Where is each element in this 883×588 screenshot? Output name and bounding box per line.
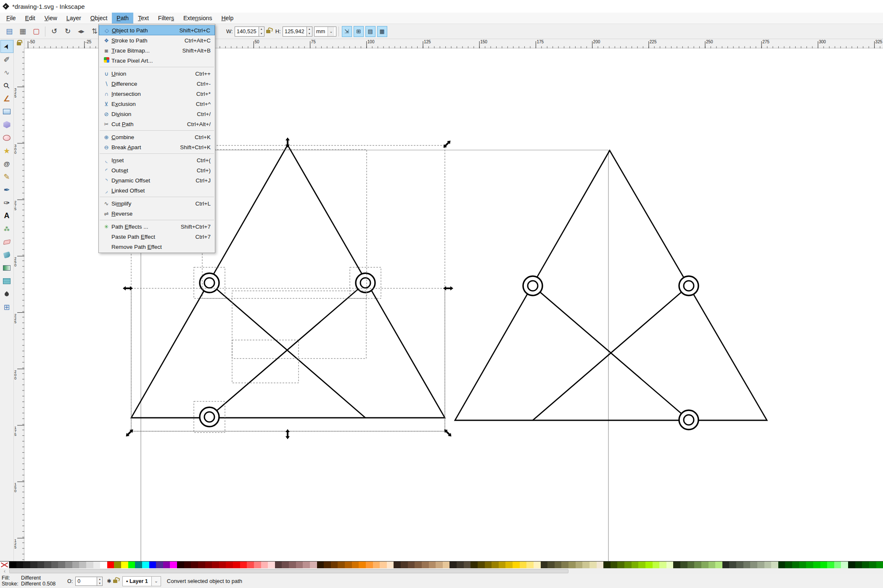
height-field[interactable]: 125,942▲▼ <box>283 26 312 37</box>
color-swatch[interactable] <box>659 562 666 568</box>
color-swatch[interactable] <box>862 562 869 568</box>
color-swatch[interactable] <box>848 562 855 568</box>
paint-bucket-tool[interactable] <box>0 248 13 261</box>
color-swatch[interactable] <box>436 562 443 568</box>
color-swatch[interactable] <box>394 562 401 568</box>
color-swatch[interactable] <box>30 562 37 568</box>
ruler-corner-lock[interactable] <box>14 39 24 48</box>
menu-item-intersection[interactable]: ∩IntersectionCtrl+* <box>99 89 215 99</box>
color-swatch[interactable] <box>352 562 359 568</box>
color-swatch[interactable] <box>499 562 506 568</box>
right-figure[interactable] <box>455 150 767 430</box>
color-swatch[interactable] <box>23 562 30 568</box>
color-swatch[interactable] <box>79 562 86 568</box>
color-swatch[interactable] <box>736 562 743 568</box>
box-3d-tool[interactable] <box>0 118 13 131</box>
color-swatch[interactable] <box>485 562 492 568</box>
color-swatch[interactable] <box>855 562 862 568</box>
menu-item-cut-path[interactable]: ✂Cut PathCtrl+Alt+/ <box>99 119 215 129</box>
color-swatch[interactable] <box>820 562 827 568</box>
menu-text[interactable]: Text <box>133 13 153 24</box>
menu-item-inset[interactable]: ◟InsetCtrl+( <box>99 155 215 165</box>
color-swatch[interactable] <box>226 562 233 568</box>
color-swatch[interactable] <box>513 562 520 568</box>
color-swatch[interactable] <box>177 562 184 568</box>
move-gradients-toggle[interactable]: ▤ <box>365 26 375 37</box>
color-swatch[interactable] <box>709 562 716 568</box>
pivot-circle-inner[interactable] <box>360 278 370 288</box>
color-swatch[interactable] <box>198 562 205 568</box>
width-field[interactable]: 140,525▲▼ <box>235 26 264 37</box>
color-swatch[interactable] <box>310 562 317 568</box>
color-swatch[interactable] <box>37 562 45 568</box>
color-swatch[interactable] <box>114 562 121 568</box>
text-tool[interactable]: A <box>0 209 13 222</box>
lock-ratio-icon[interactable] <box>266 30 270 33</box>
menu-layer[interactable]: Layer <box>62 13 86 24</box>
color-swatch[interactable] <box>792 562 799 568</box>
color-swatch[interactable] <box>582 562 590 568</box>
select-all-layers-button[interactable]: ▦ <box>16 25 29 38</box>
color-swatch[interactable] <box>338 562 345 568</box>
menu-item-break-apart[interactable]: ⊖Break ApartShift+Ctrl+K <box>99 142 215 152</box>
node-editor-tool[interactable]: ✐ <box>0 53 13 66</box>
color-swatch[interactable] <box>597 562 604 568</box>
menu-item-reverse[interactable]: ⇌Reverse <box>99 208 215 219</box>
menu-view[interactable]: View <box>40 13 62 24</box>
color-swatch[interactable] <box>603 562 611 568</box>
color-swatch[interactable] <box>687 562 695 568</box>
color-swatch[interactable] <box>254 562 261 568</box>
layer-lock-icon[interactable] <box>113 580 117 583</box>
color-swatch[interactable] <box>233 562 240 568</box>
bezier-pen-tool[interactable]: ✒ <box>0 183 13 196</box>
selection-scale-handle[interactable] <box>442 139 452 149</box>
color-swatch[interactable] <box>743 562 751 568</box>
color-swatch[interactable] <box>387 562 394 568</box>
color-swatch[interactable] <box>247 562 254 568</box>
color-swatch[interactable] <box>324 562 331 568</box>
color-swatch[interactable] <box>443 562 450 568</box>
color-swatch[interactable] <box>317 562 324 568</box>
mesh-tool[interactable] <box>0 274 13 287</box>
color-swatch[interactable] <box>163 562 170 568</box>
color-swatch[interactable] <box>415 562 422 568</box>
color-swatch[interactable] <box>303 562 310 568</box>
menu-edit[interactable]: Edit <box>21 13 40 24</box>
color-swatch[interactable] <box>16 562 24 568</box>
menu-item-difference[interactable]: ∖DifferenceCtrl+- <box>99 79 215 89</box>
color-swatch[interactable] <box>555 562 562 568</box>
menu-item-object-to-path[interactable]: ◇Object to PathShift+Ctrl+C <box>99 25 215 35</box>
color-swatch[interactable] <box>373 562 380 568</box>
unit-dropdown[interactable]: mm⌄ <box>314 26 336 37</box>
menu-item-union[interactable]: ∪UnionCtrl++ <box>99 69 215 79</box>
color-swatch[interactable] <box>568 562 576 568</box>
pivot-circle-inner[interactable] <box>204 278 214 288</box>
ellipse-tool[interactable] <box>0 131 13 144</box>
color-swatch[interactable] <box>694 562 701 568</box>
deselect-button[interactable]: ▢ <box>30 25 42 38</box>
palette-scrollbar[interactable]: ‹ <box>0 568 883 574</box>
color-swatch[interactable] <box>156 562 163 568</box>
palette-scroll-left-icon[interactable]: ‹ <box>0 568 9 574</box>
move-patterns-toggle[interactable]: ▦ <box>377 26 387 37</box>
color-swatch[interactable] <box>268 562 275 568</box>
color-swatch[interactable] <box>715 562 722 568</box>
color-swatch[interactable] <box>422 562 429 568</box>
color-swatch[interactable] <box>611 562 618 568</box>
color-swatch[interactable] <box>680 562 687 568</box>
pivot-circle-inner[interactable] <box>204 412 214 422</box>
eraser-tool[interactable] <box>0 235 13 248</box>
color-swatch[interactable] <box>876 562 883 568</box>
color-swatch[interactable] <box>645 562 653 568</box>
color-swatch[interactable] <box>296 562 303 568</box>
menu-item-exclusion[interactable]: ⊻ExclusionCtrl+^ <box>99 99 215 109</box>
pivot-circle-inner[interactable] <box>684 281 694 291</box>
menu-item-division[interactable]: ⊘DivisionCtrl+/ <box>99 109 215 119</box>
color-swatch[interactable] <box>121 562 128 568</box>
color-swatch[interactable] <box>520 562 527 568</box>
color-swatch[interactable] <box>149 562 156 568</box>
scale-corners-toggle[interactable]: ⊞ <box>354 26 364 37</box>
color-swatch[interactable] <box>638 562 645 568</box>
color-swatch[interactable] <box>93 562 100 568</box>
selector-tool[interactable]: ➤ <box>0 40 13 53</box>
